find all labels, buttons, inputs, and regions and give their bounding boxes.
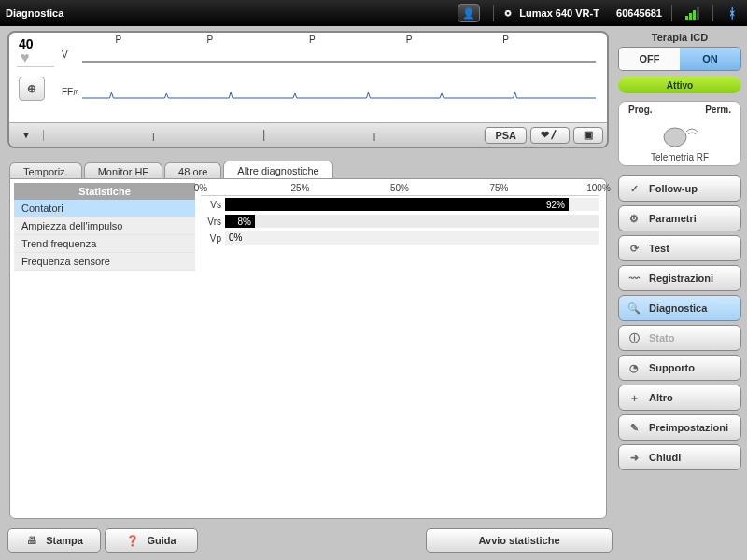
page-title: Diagnostica [6,7,63,19]
nav-label: Parametri [649,213,697,224]
nav-label: Stato [649,332,675,343]
bar-fill: 92% [225,198,569,211]
ecg-marker: P [309,35,316,45]
nav-registrazioni[interactable]: 〰Registrazioni [618,265,741,291]
parametri-icon: ⚙ [627,211,641,226]
nav-label: Supporto [649,362,695,373]
snapshot-button[interactable]: ▣ [573,127,603,144]
tab-temporiz-[interactable]: Temporiz. [9,162,82,179]
chart-tick: 100% [586,183,611,193]
test-icon: ⟳ [627,241,641,256]
psa-button[interactable]: PSA [485,127,527,144]
therapy-status: Attivo [618,77,741,93]
bar-row: Vp0% [201,230,599,246]
help-button[interactable]: ❓Guida [105,528,198,553]
nav-follow-up[interactable]: ✓Follow-up [618,175,741,202]
therapy-toggle[interactable]: OFF ON [618,47,741,71]
nav-stato: ⓘStato [618,325,741,351]
telem-perm: Perm. [705,105,731,115]
right-column: Terapia ICD OFF ON Attivo Prog.Perm. Tel… [616,28,743,558]
nav-diagnostica[interactable]: 🔍Diagnostica [618,295,741,321]
bar-value: 0% [229,231,242,245]
bar-label: Vp [201,233,225,244]
preimpostazioni-icon: ✎ [627,420,641,435]
tab-48-ore[interactable]: 48 ore [164,162,221,179]
nav-label: Registrazioni [649,273,713,284]
ecg-toolbar: ▼ PSA ❤︎〳 ▣ [9,122,607,147]
bar-track: 92% [225,198,599,211]
nav-preimpostazioni[interactable]: ✎Preimpostazioni [618,414,741,441]
trace-1 [82,48,596,76]
chart-axis: 0%25%50%75%100% [201,183,599,196]
tab-altre-diagnostiche[interactable]: Altre diagnostiche [223,161,332,179]
lead2-label: FFᙏ [62,87,79,98]
top-bar: Diagnostica 👤 ⭘ Lumax 640 VR-T 60645681 … [0,0,747,26]
side-item[interactable]: Ampiezza dell'impulso [14,217,195,235]
nav-label: Test [649,243,669,254]
nav-test[interactable]: ⟳Test [618,235,741,261]
action-bar: 🖶Stampa ❓Guida Avvio statistiche [7,526,613,554]
side-item[interactable]: Frequenza sensore [14,253,195,271]
tab-monitor-hf[interactable]: Monitor HF [84,162,162,179]
nav-list: ✓Follow-up⚙Parametri⟳Test〰Registrazioni🔍… [616,175,743,470]
ecg-time-ruler [43,126,485,145]
device-serial: 60645681 [616,7,662,19]
chart-tick: 75% [489,183,508,193]
ecg-marker: P [502,35,509,45]
telem-prog: Prog. [628,105,653,115]
print-button[interactable]: 🖶Stampa [7,528,101,553]
device-ring-icon: ⭘ [503,7,514,19]
ecg-marker: P [116,35,122,45]
nav-label: Diagnostica [649,302,707,314]
ecg-panel: 40 ♥ ⊕ PPPPP V FFᙏ ▼ PSA ❤︎〳 ▣ [7,31,609,148]
diagnostica-icon: 🔍 [627,301,641,315]
ecg-marker: P [406,35,413,45]
bar-fill: 8% [225,215,255,228]
diagnostics-tabs: Temporiz.Monitor HF48 oreAltre diagnosti… [9,157,607,179]
therapy-on[interactable]: ON [680,48,740,70]
stats-side-panel: Statistiche ContatoriAmpiezza dell'impul… [14,183,195,271]
bar-label: Vrs [201,217,225,227]
device-info: ⭘ Lumax 640 VR-T 60645681 [503,7,662,19]
ecg-menu-arrow[interactable]: ▼ [9,130,43,140]
bar-track: 0% [225,231,599,245]
nav-label: Altro [649,392,673,403]
nav-supporto[interactable]: ◔Supporto [618,355,741,381]
nav-label: Chiudi [649,452,681,463]
vitals-icon-button[interactable]: ❤︎〳 [530,127,570,144]
help-icon: ❓ [126,534,139,547]
heart-icon: ♥ [13,51,58,64]
svg-point-5 [664,128,686,147]
bar-row: Vs92% [201,196,599,213]
patient-icon[interactable]: 👤 [458,4,480,22]
stats-header: Statistiche [14,183,195,200]
bluetooth-icon: ᚼ [728,6,736,21]
nav-altro[interactable]: ＋Altro [618,385,741,411]
nav-label: Follow-up [649,183,698,194]
therapy-off[interactable]: OFF [619,48,680,70]
chart-tick: 25% [290,183,309,193]
zoom-button[interactable]: ⊕ [19,77,45,101]
nav-label: Preimpostazioni [649,422,728,433]
stats-chart: 0%25%50%75%100% Vs92%Vrs8%Vp0% [201,183,599,258]
supporto-icon: ◔ [627,360,641,375]
side-item[interactable]: Trend frequenza [14,235,195,253]
registrazioni-icon: 〰 [627,271,641,286]
telemetry-label: Telemetria RF [619,152,740,162]
telemetry-icon [619,119,740,150]
printer-icon: 🖶 [25,534,38,547]
lead1-label: V [62,49,68,60]
follow-up-icon: ✓ [627,181,641,196]
bar-row: Vrs8% [201,213,599,230]
content-panel: Statistiche ContatoriAmpiezza dell'impul… [9,178,607,519]
telemetry-card[interactable]: Prog.Perm. Telemetria RF [618,101,741,166]
start-stats-button[interactable]: Avvio statistiche [426,528,613,553]
trace-2 [82,81,596,109]
side-item[interactable]: Contatori [14,200,195,217]
device-model: Lumax 640 VR-T [519,7,599,19]
nav-chiudi[interactable]: ➜Chiudi [618,444,741,470]
bar-label: Vs [201,200,225,210]
chart-tick: 50% [390,183,409,193]
ecg-trace-area: PPPPP V FFᙏ [62,35,599,119]
nav-parametri[interactable]: ⚙Parametri [618,205,741,231]
